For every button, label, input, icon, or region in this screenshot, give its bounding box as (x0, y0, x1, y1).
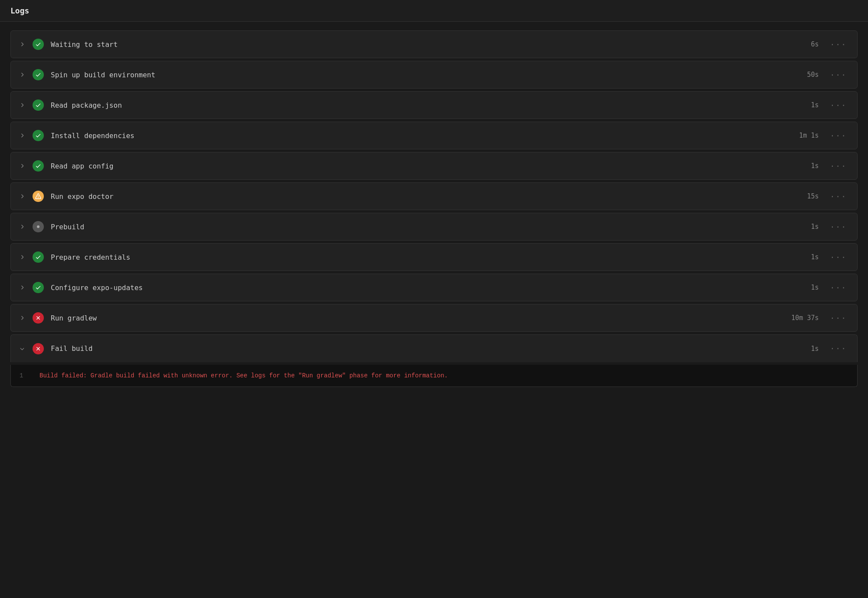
step-duration: 1s (811, 101, 819, 109)
status-icon-skipped (33, 221, 44, 232)
log-item-prepare-credentials[interactable]: Prepare credentials 1s ··· (10, 243, 858, 271)
step-name: Prepare credentials (51, 253, 811, 261)
status-icon-success (33, 251, 44, 263)
chevron-icon (18, 344, 26, 353)
log-item-prebuild[interactable]: Prebuild 1s ··· (10, 213, 858, 241)
chevron-icon (18, 131, 26, 140)
log-item-run-expo-doctor[interactable]: Run expo doctor 15s ··· (10, 182, 858, 210)
svg-point-0 (37, 225, 39, 228)
more-options-button[interactable]: ··· (826, 160, 850, 172)
step-name: Configure expo-updates (51, 284, 811, 292)
log-item-read-app-config[interactable]: Read app config 1s ··· (10, 152, 858, 180)
status-icon-success (33, 130, 44, 141)
step-duration: 50s (807, 71, 819, 79)
log-item-fail-build[interactable]: Fail build 1s ··· (10, 334, 858, 362)
step-name: Prebuild (51, 223, 811, 231)
step-duration: 1s (811, 162, 819, 170)
more-options-button[interactable]: ··· (826, 99, 850, 112)
step-name: Run gradlew (51, 314, 791, 322)
log-line-number: 1 (20, 371, 33, 380)
status-icon-success (33, 69, 44, 80)
step-duration: 1m 1s (799, 132, 819, 139)
step-duration: 1s (811, 345, 819, 353)
more-options-button[interactable]: ··· (826, 221, 850, 233)
chevron-icon (18, 192, 26, 201)
step-name: Install dependencies (51, 132, 799, 140)
status-icon-warning (33, 191, 44, 202)
more-options-button[interactable]: ··· (826, 69, 850, 81)
page-title: Logs (10, 6, 29, 15)
header: Logs (0, 0, 868, 22)
log-line: 1 Build failed: Gradle build failed with… (20, 371, 848, 380)
more-options-button[interactable]: ··· (826, 251, 850, 264)
step-name: Run expo doctor (51, 192, 807, 201)
status-icon-error (33, 312, 44, 324)
step-duration: 1s (811, 223, 819, 231)
log-output: 1 Build failed: Gradle build failed with… (10, 365, 858, 387)
chevron-icon (18, 70, 26, 79)
step-name: Read package.json (51, 101, 811, 109)
step-duration: 1s (811, 284, 819, 291)
step-name: Fail build (51, 344, 811, 353)
chevron-icon (18, 253, 26, 261)
step-duration: 10m 37s (791, 314, 819, 322)
more-options-button[interactable]: ··· (826, 281, 850, 294)
log-line-text: Build failed: Gradle build failed with u… (39, 371, 448, 380)
status-icon-success (33, 39, 44, 50)
log-item-read-package-json[interactable]: Read package.json 1s ··· (10, 91, 858, 119)
more-options-button[interactable]: ··· (826, 38, 850, 51)
chevron-icon (18, 162, 26, 170)
more-options-button[interactable]: ··· (826, 129, 850, 142)
status-icon-success (33, 160, 44, 172)
logs-container: Waiting to start 6s ··· Spin up build en… (0, 22, 868, 396)
log-item-run-gradlew[interactable]: Run gradlew 10m 37s ··· (10, 304, 858, 332)
chevron-icon (18, 314, 26, 322)
step-name: Read app config (51, 162, 811, 170)
more-options-button[interactable]: ··· (826, 342, 850, 355)
status-icon-error (33, 343, 44, 354)
chevron-icon (18, 283, 26, 292)
status-icon-success (33, 99, 44, 111)
log-item-spin-up-build-environment[interactable]: Spin up build environment 50s ··· (10, 61, 858, 89)
step-duration: 6s (811, 40, 819, 48)
log-item-install-dependencies[interactable]: Install dependencies 1m 1s ··· (10, 122, 858, 149)
chevron-icon (18, 222, 26, 231)
more-options-button[interactable]: ··· (826, 190, 850, 203)
more-options-button[interactable]: ··· (826, 312, 850, 324)
step-duration: 15s (807, 192, 819, 200)
log-item-waiting-to-start[interactable]: Waiting to start 6s ··· (10, 30, 858, 58)
step-name: Waiting to start (51, 40, 811, 49)
chevron-icon (18, 40, 26, 49)
status-icon-success (33, 282, 44, 293)
log-item-configure-expo-updates[interactable]: Configure expo-updates 1s ··· (10, 274, 858, 301)
step-duration: 1s (811, 253, 819, 261)
chevron-icon (18, 101, 26, 109)
step-name: Spin up build environment (51, 71, 807, 79)
